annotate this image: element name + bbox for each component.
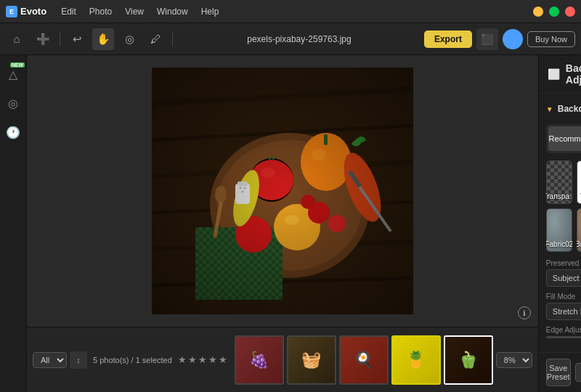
edge-slider[interactable]: [546, 336, 581, 338]
close-button[interactable]: [565, 7, 575, 17]
fill-mode-group: Fill Mode Stretch Fill: [546, 293, 581, 320]
star-5[interactable]: ★: [219, 354, 227, 365]
panel-content: ▼ Backdrop Changer ✏ Recommended My back…: [539, 94, 581, 352]
panel-footer: Save Preset Sync ⚙ ?: [539, 352, 581, 392]
mask-tool-button[interactable]: ◎: [118, 28, 140, 50]
zoom-dropdown[interactable]: 8%: [496, 352, 532, 368]
preserved-area-select-wrap: Subject and Related objects: [546, 269, 581, 287]
fill-mode-select-wrap: Stretch Fill: [546, 303, 581, 320]
star-3[interactable]: ★: [198, 354, 207, 365]
star-rating: ★ ★ ★ ★ ★: [178, 354, 227, 365]
titlebar: E Evoto Edit Photo View Window Help: [0, 0, 581, 23]
thumbnail-2[interactable]: 🧺: [287, 335, 336, 385]
preserved-area-select[interactable]: Subject and Related objects: [546, 269, 581, 287]
thumbnail-strip: All ↕ 5 photo(s) / 1 selected ★ ★ ★ ★ ★ …: [27, 327, 538, 392]
preserved-area-label: Preserved Area: [546, 259, 581, 267]
toolbar-separator: [60, 32, 60, 46]
fill-mode-label: Fill Mode: [546, 293, 576, 301]
photo-canvas: [152, 68, 413, 314]
filename-label: pexels-pixabay-259763.jpg: [247, 34, 351, 44]
selection-button[interactable]: ◎: [0, 90, 26, 116]
preserved-area-group: Preserved Area Subject and Related objec…: [546, 259, 581, 287]
toolbar: ⌂ ➕ ↩ ✋ ◎ 🖊 pexels-pixabay-259763.jpg Ex…: [0, 23, 581, 55]
image-viewport: ℹ: [27, 55, 538, 327]
save-preset-button[interactable]: Save Preset: [546, 359, 571, 386]
menu-edit[interactable]: Edit: [55, 5, 82, 18]
toolbar-separator-2: [172, 32, 173, 46]
panel-title: Background Adjustments: [566, 62, 581, 86]
tabs-bar: Recommended My backdrops New: [546, 124, 581, 153]
new-badge: NEW: [10, 62, 25, 68]
backdrop-brown03[interactable]: Brown03: [577, 208, 581, 252]
export-button[interactable]: Export: [424, 30, 472, 48]
window-controls: [533, 7, 575, 17]
thumbnail-1[interactable]: 🍇: [235, 335, 284, 385]
photo-count: 5 photo(s) / 1 selected: [90, 356, 175, 364]
sync-button[interactable]: Sync: [575, 363, 581, 382]
backdrop-transparent[interactable]: Transpa...: [546, 160, 572, 204]
menu-view[interactable]: View: [119, 5, 150, 18]
svg-rect-37: [152, 68, 413, 314]
panel-header: ⬜ Background Adjustments: [539, 55, 581, 94]
backdrop-white[interactable]: White: [577, 160, 581, 204]
section-toggle[interactable]: ▼: [546, 105, 553, 113]
app-icon: E: [6, 6, 17, 17]
star-1[interactable]: ★: [178, 354, 187, 365]
section-header: ▼ Backdrop Changer ✏: [546, 99, 581, 118]
maximize-button[interactable]: [549, 7, 559, 17]
left-sidebar: NEW △ ◎ 🕐: [0, 55, 27, 392]
backdrop-grid: Transpa... White Gray02 Black: [546, 160, 581, 252]
hand-tool-button[interactable]: ✋: [92, 28, 114, 50]
canvas-area: ℹ All ↕ 5 photo(s) / 1 selected ★ ★ ★ ★ …: [27, 55, 538, 392]
home-button[interactable]: ⌂: [6, 28, 28, 50]
photo-image: [152, 68, 413, 314]
backdrop-fabric02[interactable]: Fabric02: [546, 208, 572, 252]
star-2[interactable]: ★: [188, 354, 197, 365]
app-logo: E Evoto: [6, 6, 46, 17]
tab-recommended[interactable]: Recommended: [548, 126, 581, 151]
star-4[interactable]: ★: [208, 354, 217, 365]
info-button[interactable]: ℹ: [518, 306, 531, 319]
filter-dropdown[interactable]: All: [33, 352, 67, 368]
new-feature-button[interactable]: NEW △: [0, 61, 26, 87]
main-layout: NEW △ ◎ 🕐: [0, 55, 581, 392]
history-button[interactable]: 🕐: [0, 119, 26, 145]
right-panel: ⬜ Background Adjustments ▼ Backdrop Chan…: [538, 55, 581, 392]
fill-mode-select[interactable]: Stretch Fill: [546, 303, 581, 320]
buynow-button[interactable]: Buy Now: [527, 31, 575, 47]
thumbnail-4[interactable]: 🍍: [391, 335, 441, 385]
share-button[interactable]: ⬛: [476, 28, 498, 50]
clone-tool-button[interactable]: 🖊: [145, 28, 166, 50]
app-name: Evoto: [20, 6, 46, 17]
menu-photo[interactable]: Photo: [84, 5, 118, 18]
undo-button[interactable]: ↩: [66, 28, 88, 50]
menu-bar: Edit Photo View Window Help: [55, 5, 224, 18]
avatar: [503, 29, 523, 49]
section-title: Backdrop Changer: [558, 104, 581, 114]
menu-window[interactable]: Window: [151, 5, 194, 18]
menu-help[interactable]: Help: [195, 5, 225, 18]
thumbnail-3[interactable]: 🍳: [339, 335, 389, 385]
edge-adjustments-group: Edge Adjustments 0: [546, 326, 581, 338]
minimize-button[interactable]: [533, 7, 543, 17]
edge-slider-row: [546, 336, 581, 338]
sort-button[interactable]: ↕: [70, 351, 87, 369]
panel-icon: ⬜: [548, 68, 560, 80]
add-button[interactable]: ➕: [32, 28, 54, 50]
thumbnail-5[interactable]: 🫑: [444, 335, 493, 385]
